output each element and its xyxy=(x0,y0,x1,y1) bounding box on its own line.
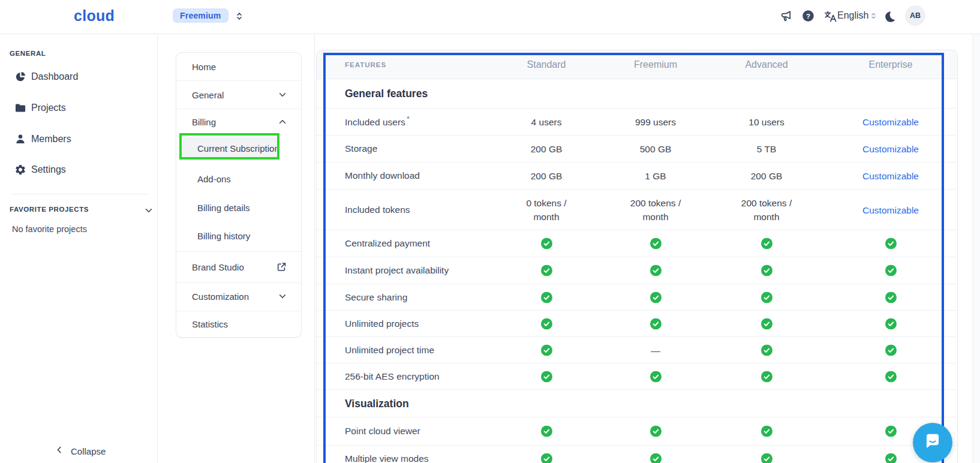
nav-divider xyxy=(176,251,301,252)
scrollbar-strip[interactable] xyxy=(973,34,980,463)
plan-value: 500 GB xyxy=(611,142,701,156)
check-icon xyxy=(885,426,897,437)
nav-item-current-subscription[interactable]: Current Subscription xyxy=(176,137,301,159)
feature-row: Multiple view modes xyxy=(317,446,957,463)
customizable-link[interactable]: Customizable xyxy=(846,115,936,129)
sidebar-section-label-general: GENERAL xyxy=(10,50,46,57)
check-icon xyxy=(760,265,772,276)
translate-icon[interactable] xyxy=(823,10,837,26)
features-column-header: FEATURES xyxy=(345,61,386,68)
collapse-button[interactable]: Collapse xyxy=(0,441,157,461)
avatar[interactable]: AB xyxy=(905,5,925,26)
workspace-badge[interactable]: Freemium xyxy=(173,8,229,23)
check-icon xyxy=(885,344,897,356)
check-icon xyxy=(650,426,662,437)
language-selector[interactable]: English xyxy=(837,10,868,21)
feature-name: Secure sharing xyxy=(345,292,407,303)
feature-row: Centralized payment xyxy=(317,230,957,257)
plan-column-header: Advanced xyxy=(745,59,787,70)
check-icon xyxy=(885,318,897,329)
nav-item-label: General xyxy=(192,90,224,100)
plan-column-header: Enterprise xyxy=(869,59,913,70)
plan-value: 200 GB xyxy=(501,169,591,183)
chat-launcher-button[interactable] xyxy=(913,423,952,462)
sidebar-item-members[interactable]: Members xyxy=(0,127,157,151)
sidebar-item-label: Dashboard xyxy=(31,71,78,82)
feature-name: Centralized payment xyxy=(345,238,430,249)
top-header: cloud Freemium ? English AB xyxy=(0,0,980,34)
check-icon xyxy=(650,371,662,382)
language-chevron-icon[interactable] xyxy=(870,11,877,22)
plan-value: 200 GB xyxy=(501,142,591,156)
check-icon xyxy=(650,318,662,329)
feature-name: Monthly download xyxy=(345,170,420,181)
check-icon xyxy=(885,238,897,249)
nav-item-general[interactable]: General xyxy=(176,84,301,106)
chevron-down-icon xyxy=(278,292,287,300)
check-icon xyxy=(540,371,552,382)
feature-name: Point cloud viewer xyxy=(345,426,420,437)
section-title: General features xyxy=(345,88,428,100)
chevron-down-icon xyxy=(278,91,287,99)
announcements-icon[interactable] xyxy=(780,10,793,26)
nav-item-billing[interactable]: Billing xyxy=(176,111,301,133)
check-icon xyxy=(540,453,552,463)
favorites-chevron-icon[interactable] xyxy=(145,206,153,217)
nav-item-billing-history[interactable]: Billing history xyxy=(176,225,301,246)
customizable-link[interactable]: Customizable xyxy=(846,169,936,183)
favorite-projects-header[interactable]: FAVORITE PROJECTS xyxy=(10,206,89,213)
feature-name: 256-bit AES encryption xyxy=(345,371,440,382)
plan-value: 999 users xyxy=(611,115,701,129)
sidebar: GENERAL DashboardProjectsMembersSettings… xyxy=(0,34,158,463)
nav-item-label: Current Subscription xyxy=(197,143,279,154)
plan-value: 5 TB xyxy=(722,142,811,156)
check-icon xyxy=(760,291,772,303)
gear-icon xyxy=(14,164,26,176)
sidebar-item-settings[interactable]: Settings xyxy=(0,158,157,182)
feature-name: Multiple view modes xyxy=(345,453,429,463)
nav-item-add-ons[interactable]: Add-ons xyxy=(176,168,301,190)
feature-name: Unlimited projects xyxy=(345,318,419,329)
customizable-link[interactable]: Customizable xyxy=(846,142,936,156)
check-icon xyxy=(540,344,552,356)
app-logo[interactable]: cloud xyxy=(74,7,115,25)
sidebar-item-dashboard[interactable]: Dashboard xyxy=(0,65,157,89)
workspace-switcher-icon[interactable] xyxy=(235,11,244,23)
check-icon xyxy=(760,238,772,249)
nav-item-home[interactable]: Home xyxy=(176,56,301,77)
folder-icon xyxy=(14,102,26,114)
dashboard-icon xyxy=(14,71,26,83)
no-favorite-projects-text: No favorite projects xyxy=(12,224,87,234)
feature-name: Included users * xyxy=(345,116,409,127)
chevron-up-icon xyxy=(278,118,287,126)
nav-item-customization[interactable]: Customization xyxy=(176,285,301,307)
nav-divider xyxy=(176,311,301,311)
plan-value: 4 users xyxy=(501,115,591,129)
nav-item-brand-studio[interactable]: Brand Studio xyxy=(176,256,301,278)
plan-value: 1 GB xyxy=(611,169,701,183)
nav-item-label: Statistics xyxy=(192,319,228,329)
customizable-link[interactable]: Customizable xyxy=(846,203,936,217)
check-icon xyxy=(885,453,897,463)
check-icon xyxy=(760,371,772,382)
check-icon xyxy=(540,265,552,276)
chevron-left-icon xyxy=(55,446,64,456)
check-icon xyxy=(760,318,772,329)
feature-row: 256-bit AES encryption xyxy=(317,363,957,390)
plan-value: 200 tokens / month xyxy=(735,196,798,224)
sidebar-item-projects[interactable]: Projects xyxy=(0,96,157,120)
dark-mode-icon[interactable] xyxy=(885,10,898,26)
help-icon[interactable]: ? xyxy=(802,10,814,25)
check-icon xyxy=(650,291,662,303)
feature-row: Included tokens0 tokens / month200 token… xyxy=(317,190,957,230)
check-icon xyxy=(540,426,552,437)
check-icon xyxy=(650,238,662,249)
sidebar-item-label: Settings xyxy=(31,164,66,175)
plan-value: 200 tokens / month xyxy=(624,196,687,224)
nav-item-billing-details[interactable]: Billing details xyxy=(176,197,301,218)
nav-item-label: Add-ons xyxy=(197,174,231,184)
nav-item-statistics[interactable]: Statistics xyxy=(176,313,301,335)
feature-name: Unlimited project time xyxy=(345,345,434,356)
nav-divider xyxy=(176,80,301,81)
check-icon xyxy=(540,291,552,303)
